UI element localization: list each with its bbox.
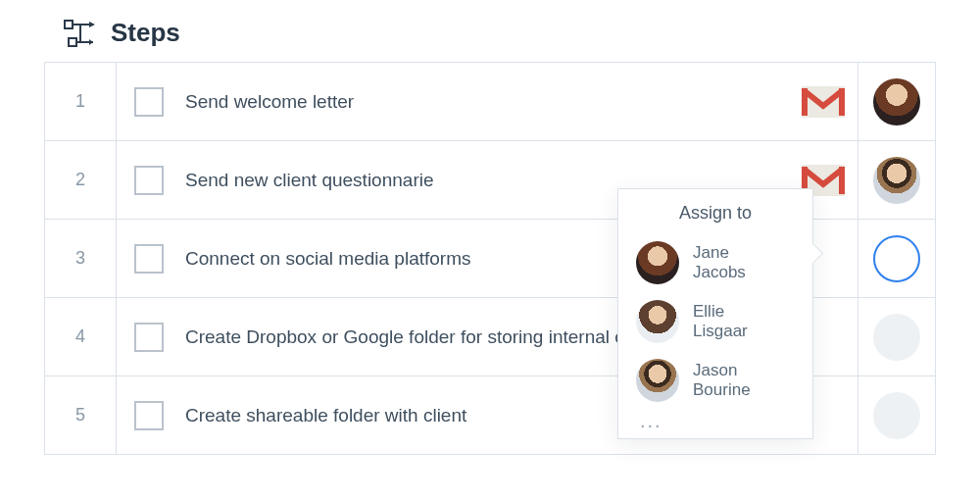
assign-option[interactable]: JasonBourine [636,351,795,410]
assign-option-name: JasonBourine [693,361,751,401]
step-number: 4 [45,298,117,375]
steps-icon [64,20,97,47]
step-assignee[interactable] [858,141,935,219]
step-app [789,63,858,140]
step-title: Create shareable folder with client [185,403,466,428]
page-title: Steps [111,18,180,48]
table-row: 1Send welcome letter [45,63,935,141]
svg-rect-7 [839,167,845,194]
assign-option[interactable]: JaneJacobs [636,233,795,292]
avatar [636,359,679,402]
svg-rect-5 [839,88,845,116]
avatar[interactable] [873,78,920,125]
step-title: Connect on social media platforms [185,246,470,272]
step-assignee[interactable] [858,376,935,454]
gmail-icon [802,86,845,118]
step-title: Send new client questionnarie [185,168,434,193]
step-title: Send welcome letter [185,89,354,115]
step-checkbox[interactable] [134,87,164,117]
svg-marker-2 [89,22,95,27]
step-assignee[interactable] [858,220,935,297]
step-number: 3 [45,220,117,297]
assignee-add[interactable] [873,235,920,282]
step-checkbox[interactable] [134,323,164,352]
assign-popover-more[interactable]: ... [636,410,795,432]
assignee-placeholder[interactable] [873,314,920,361]
step-number: 1 [45,63,117,140]
svg-rect-0 [65,21,73,28]
avatar[interactable] [873,157,920,204]
step-number: 2 [45,141,117,219]
step-checkbox[interactable] [134,401,164,430]
svg-marker-3 [89,39,93,45]
assign-option-name: JaneJacobs [693,243,746,283]
avatar [636,300,679,343]
assign-popover-title: Assign to [636,203,795,224]
step-number: 5 [45,376,117,454]
assign-popover[interactable]: Assign to JaneJacobsEllieLisgaarJasonBou… [617,188,813,439]
svg-rect-4 [802,88,808,116]
avatar [636,241,679,284]
step-checkbox[interactable] [134,244,164,274]
svg-rect-1 [69,38,76,46]
step-assignee[interactable] [858,63,935,140]
assign-option[interactable]: EllieLisgaar [636,292,795,351]
step-main: Send welcome letter [117,87,789,117]
assignee-placeholder[interactable] [873,392,920,439]
step-assignee[interactable] [858,298,935,375]
step-checkbox[interactable] [134,166,164,195]
section-header: Steps [64,18,936,48]
assign-option-name: EllieLisgaar [693,302,748,342]
